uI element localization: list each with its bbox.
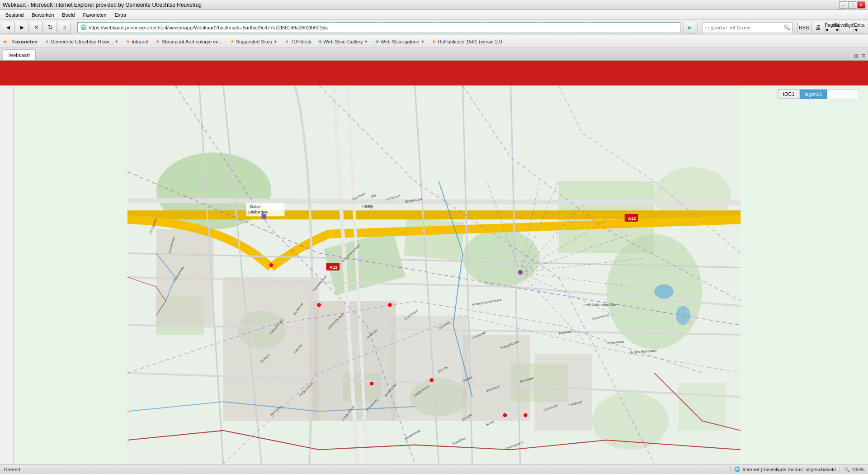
toolbar-separator-2: [698, 23, 698, 33]
address-bar: 🌐: [77, 22, 680, 33]
search-input[interactable]: [704, 25, 783, 30]
menu-extra[interactable]: Extra: [111, 11, 130, 19]
svg-rect-16: [223, 277, 319, 421]
svg-text:Driebergen-: Driebergen-: [248, 210, 269, 214]
stop-button[interactable]: ✕: [30, 22, 42, 33]
fav-webslice-galerie[interactable]: ◈ Web Slice-galerie ▼: [373, 38, 427, 45]
svg-point-77: [429, 378, 433, 382]
svg-point-74: [269, 263, 273, 267]
svg-rect-20: [534, 354, 592, 431]
svg-rect-18: [391, 316, 468, 421]
fav-suggested[interactable]: ★ Suggested Sites ▼: [227, 38, 280, 45]
svg-point-21: [654, 284, 673, 299]
svg-rect-3: [404, 217, 464, 261]
svg-point-13: [592, 392, 669, 450]
home-button[interactable]: ⌂: [58, 22, 71, 33]
svg-point-4: [463, 229, 540, 287]
favorites-bar: ★ Favorieten ★ Gemeente Utrechtse Heuv..…: [0, 35, 868, 48]
extra-button[interactable]: Extra ▼: [854, 22, 866, 33]
menu-bar: Bestand Bewerken Beeld Favorieten Extra: [0, 10, 868, 20]
minimize-button[interactable]: ─: [839, 1, 847, 9]
tab-webkaart[interactable]: Webkaart: [3, 49, 36, 60]
fav-label[interactable]: Favorieten: [9, 38, 40, 45]
title-bar: Webkaart - Microsoft Internet Explorer p…: [0, 0, 868, 10]
security-button[interactable]: Beveiliging ▼: [840, 22, 852, 33]
go-button[interactable]: ➤: [684, 22, 695, 33]
svg-point-81: [689, 322, 692, 326]
refresh-button[interactable]: ↻: [44, 22, 57, 33]
legend-tab-toc1[interactable]: tOC1: [778, 90, 800, 99]
search-bar: 🔍: [702, 22, 793, 33]
legend-tabs: tOC1 legend1: [778, 90, 859, 99]
maximize-button[interactable]: □: [848, 1, 856, 9]
svg-point-76: [388, 303, 392, 307]
svg-text:A12: A12: [628, 216, 636, 221]
security-text: Internet | Beveiligde modus: uitgeschake…: [742, 467, 835, 472]
address-input[interactable]: [89, 25, 677, 30]
tab-toolbar: ⊕ ≡: [854, 52, 865, 60]
fav-intranet[interactable]: ★ Intranet: [123, 38, 151, 45]
svg-point-78: [370, 382, 373, 385]
legend-tab-legend1[interactable]: legend1: [800, 90, 827, 99]
map-container[interactable]: Station Driebergen- A12 A12 Sportlaan Bi…: [0, 85, 868, 464]
new-tab-button[interactable]: ⊕: [854, 52, 859, 59]
fav-gemeente[interactable]: ★ Gemeente Utrechtse Heuv... ▼: [42, 38, 122, 45]
map-left-scrollbar[interactable]: [0, 85, 14, 464]
menu-bestand[interactable]: Bestand: [2, 11, 27, 19]
search-icon[interactable]: 🔍: [783, 24, 790, 31]
internet-zone-icon: 🌐: [734, 466, 741, 472]
svg-text:Haatje: Haatje: [362, 204, 373, 209]
print-button[interactable]: 🖨: [811, 22, 824, 33]
fav-webslice-gallery[interactable]: ◈ Web Slice Gallery ▼: [316, 38, 371, 45]
svg-point-22: [676, 306, 690, 325]
svg-text:Station: Station: [250, 204, 262, 209]
toolbar-separator-3: [795, 23, 795, 33]
security-info: 🌐 Internet | Beveiligde modus: uitgescha…: [730, 466, 835, 472]
menu-bewerken[interactable]: Bewerken: [28, 11, 57, 19]
toolbar-separator: [73, 23, 73, 33]
svg-point-75: [317, 303, 321, 307]
tab-webkaart-label: Webkaart: [9, 52, 30, 58]
red-banner: [0, 61, 868, 85]
favorites-star-icon: ★: [3, 38, 8, 45]
rss-button[interactable]: RSS: [797, 22, 810, 33]
toolbar: ◄ ► ✕ ↻ ⌂ 🌐 ➤ 🔍 RSS 🖨 Pagina ▼ Beveiligi…: [0, 20, 868, 35]
svg-rect-14: [678, 383, 726, 431]
tab-list-button[interactable]: ≡: [862, 52, 865, 59]
zoom-icon: 🔍: [844, 466, 850, 472]
svg-point-82: [518, 270, 523, 275]
title-text: Webkaart - Microsoft Internet Explorer p…: [3, 2, 202, 8]
svg-point-80: [524, 413, 527, 417]
svg-rect-26: [262, 214, 267, 219]
zoom-level: 105%: [852, 467, 864, 472]
tab-bar: Webkaart ⊕ ≡: [0, 48, 868, 61]
window-controls: ─ □ ✕: [839, 1, 865, 9]
map-svg: Station Driebergen- A12 A12 Sportlaan Bi…: [0, 85, 868, 464]
close-button[interactable]: ✕: [857, 1, 865, 9]
fav-steunpunt[interactable]: ★ Steunpunt Archeologie en...: [153, 38, 225, 45]
svg-point-79: [503, 413, 507, 417]
fav-ropubliceer[interactable]: ★ RoPubliceer 1581 (versie 2.0: [429, 38, 505, 45]
svg-text:m van Alckmadesrlaan: m van Alckmadesrlaan: [582, 303, 616, 307]
forward-button[interactable]: ►: [16, 22, 28, 33]
svg-text:A12: A12: [330, 265, 337, 270]
status-text: Gereed: [4, 467, 726, 472]
menu-beeld[interactable]: Beeld: [58, 11, 78, 19]
back-button[interactable]: ◄: [2, 22, 14, 33]
legend-panel: tOC1 legend1: [778, 89, 859, 99]
status-bar: Gereed 🌐 Internet | Beveiligde modus: ui…: [0, 464, 868, 474]
content-area: Station Driebergen- A12 A12 Sportlaan Bi…: [0, 61, 868, 464]
menu-favorieten[interactable]: Favorieten: [79, 11, 110, 19]
zoom-info: 🔍 105%: [840, 466, 864, 472]
fav-topdesk[interactable]: ★ TOPdesk: [282, 38, 314, 45]
